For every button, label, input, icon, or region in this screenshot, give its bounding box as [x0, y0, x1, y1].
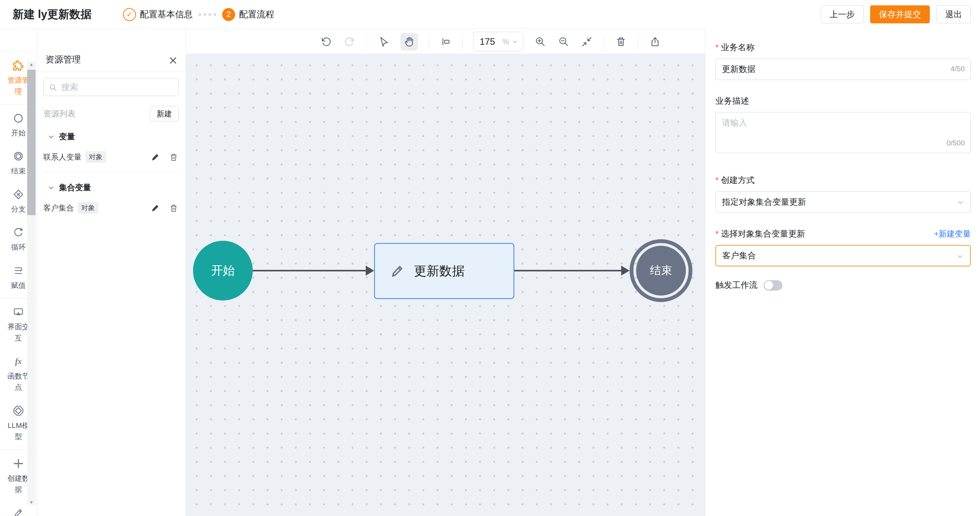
double-circle-icon: [12, 150, 25, 162]
canvas-toolbar: 175 %: [320, 32, 662, 52]
step-label: 配置基本信息: [140, 8, 193, 20]
zoom-level-control[interactable]: 175 %: [473, 32, 524, 52]
loop-icon: [12, 226, 25, 238]
app: 新建 ly更新数据 ✓ 配置基本信息 2 配置流程 上一步 保存并提交 退出 资…: [0, 0, 980, 516]
zoom-out-button[interactable]: [557, 35, 570, 48]
required-asterisk: *: [715, 229, 719, 239]
divider: [43, 172, 179, 172]
step-check-icon: ✓: [123, 8, 136, 21]
resource-panel: 资源管理 资源列表 新建 变量 联系人变: [37, 29, 186, 516]
resource-panel-body: 资源列表 新建 变量 联系人变量 对象: [37, 72, 186, 214]
select-cursor-button[interactable]: [377, 35, 390, 48]
divider: [366, 34, 367, 49]
business-name-field: 4/50: [715, 59, 971, 80]
chevron-down-icon: [47, 184, 55, 192]
pencil-icon: [12, 507, 25, 516]
trigger-workflow-toggle[interactable]: [764, 280, 782, 291]
create-mode-select[interactable]: 指定对象集合变量更新: [715, 191, 971, 213]
divider: [429, 34, 429, 49]
search-box: [43, 78, 179, 96]
header: 新建 ly更新数据 ✓ 配置基本信息 2 配置流程 上一步 保存并提交 退出: [0, 0, 980, 29]
step-indicator: ✓ 配置基本信息 2 配置流程: [123, 8, 274, 21]
prev-step-button[interactable]: 上一步: [821, 5, 864, 23]
puzzle-icon: [12, 59, 25, 72]
fit-view-button[interactable]: [581, 35, 594, 48]
step-basic-info[interactable]: ✓ 配置基本信息: [123, 8, 193, 21]
page-title: 新建 ly更新数据: [13, 7, 92, 22]
resource-panel-header: 资源管理: [37, 29, 186, 72]
business-desc-field: 0/500: [715, 112, 971, 153]
node-palette-rail: 资源管理 开始 结束 分支 循环 赋值: [0, 29, 37, 516]
align-button[interactable]: [439, 35, 452, 48]
chevron-down-icon: [956, 198, 965, 207]
business-name-label: * 业务名称: [715, 42, 971, 53]
rail-scrollbar[interactable]: ▲ ▼: [27, 61, 36, 505]
step-flow-config[interactable]: 2 配置流程: [222, 8, 274, 21]
edit-icon[interactable]: [151, 204, 160, 212]
undo-button[interactable]: [320, 35, 333, 48]
trash-icon[interactable]: [169, 204, 178, 212]
export-button[interactable]: [649, 35, 662, 48]
search-input[interactable]: [44, 78, 178, 96]
close-icon[interactable]: [168, 56, 178, 65]
business-desc-label: 业务描述: [715, 95, 971, 107]
trash-icon[interactable]: [169, 153, 178, 162]
flow-canvas-area: 175 % 开始 更新数据: [186, 29, 705, 516]
business-desc-textarea[interactable]: [716, 113, 970, 153]
scroll-up-icon[interactable]: ▲: [27, 62, 36, 67]
scroll-down-icon[interactable]: ▼: [27, 500, 36, 505]
node-update-data[interactable]: 更新数据: [374, 243, 514, 299]
edit-icon[interactable]: [151, 153, 160, 162]
pencil-icon: [389, 263, 406, 279]
group-collection-variables[interactable]: 集合变量: [47, 182, 179, 193]
edge-start-to-task[interactable]: [253, 270, 366, 271]
save-submit-button[interactable]: 保存并提交: [870, 5, 930, 23]
screen-icon: [12, 306, 25, 318]
content: 资源管理 开始 结束 分支 循环 赋值: [0, 29, 980, 516]
header-actions: 上一步 保存并提交 退出: [821, 5, 971, 23]
divider: [463, 34, 463, 49]
zoom-unit: %: [502, 38, 509, 46]
node-end[interactable]: 结束: [630, 239, 692, 302]
char-counter: 0/500: [946, 139, 965, 147]
new-variable-link[interactable]: +新建变量: [934, 229, 971, 239]
flow-canvas[interactable]: 开始 更新数据 结束: [186, 54, 705, 516]
zoom-in-button[interactable]: [534, 35, 547, 48]
pan-hand-button[interactable]: [401, 33, 418, 51]
resource-row[interactable]: 客户集合 对象: [43, 202, 179, 214]
edge-task-to-end[interactable]: [514, 270, 622, 271]
group-variables[interactable]: 变量: [47, 131, 179, 142]
required-asterisk: *: [715, 42, 719, 52]
fx-icon: fx: [12, 355, 25, 367]
chevron-down-icon: [956, 252, 964, 261]
create-mode-label: * 创建方式: [715, 175, 971, 186]
chevron-down-icon: [47, 133, 55, 141]
svg-text:fx: fx: [15, 357, 22, 366]
new-resource-button[interactable]: 新建: [150, 106, 179, 121]
select-var-label-row: * 选择对象集合变量更新 +新建变量: [715, 228, 971, 240]
chevron-down-icon: [512, 38, 519, 45]
redo-button[interactable]: [343, 35, 356, 48]
divider: [638, 34, 638, 49]
char-counter: 4/50: [951, 65, 965, 73]
branch-icon: [12, 188, 25, 201]
trigger-workflow-row: 触发工作流: [715, 279, 971, 291]
delete-button[interactable]: [615, 35, 628, 48]
type-tag: 对象: [85, 151, 106, 163]
select-var-select[interactable]: 客户集合: [715, 245, 971, 266]
divider: [0, 51, 37, 52]
select-var-label: * 选择对象集合变量更新: [715, 228, 805, 240]
exit-button[interactable]: 退出: [936, 5, 971, 23]
step-number-badge: 2: [222, 8, 235, 21]
zoom-value: 175: [480, 36, 495, 47]
node-start[interactable]: 开始: [193, 241, 253, 300]
scrollbar-thumb[interactable]: [27, 70, 36, 215]
resource-panel-title: 资源管理: [46, 54, 81, 65]
resource-row[interactable]: 联系人变量 对象: [43, 151, 179, 163]
step-label: 配置流程: [239, 8, 274, 20]
type-tag: 对象: [78, 202, 98, 214]
plus-icon: [12, 457, 25, 470]
business-name-input[interactable]: [716, 59, 970, 80]
inspector-panel: * 业务名称 4/50 业务描述 0/500 * 创建方式 指定对象集合变量更新: [705, 29, 980, 516]
step-separator-dots: [199, 13, 216, 16]
